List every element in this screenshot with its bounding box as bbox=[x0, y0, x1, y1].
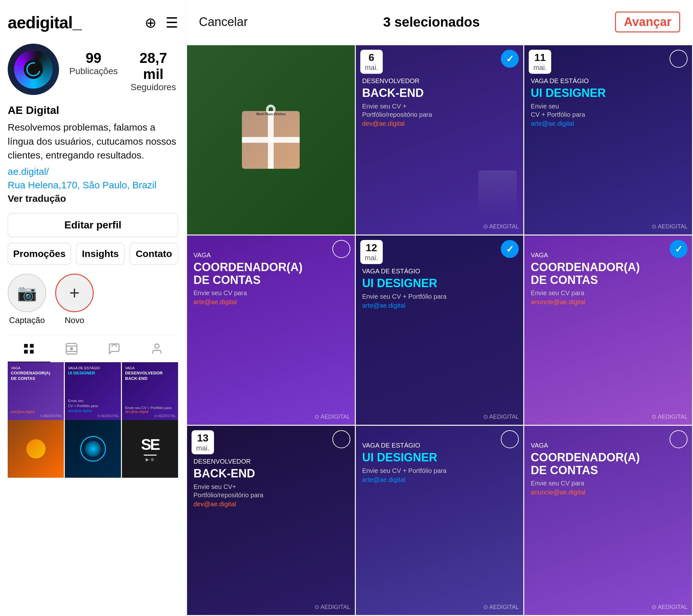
card-sub-6: Envie seu CV para bbox=[531, 289, 640, 297]
card-title-3: UI DESIGNER bbox=[531, 87, 606, 99]
highlight-new[interactable]: + Novo bbox=[55, 274, 94, 325]
select-circle-9[interactable] bbox=[670, 430, 688, 448]
left-bottom-grid: VAGA COORDENADOR(A)DE CONTAS arte@ae.dig… bbox=[8, 362, 178, 420]
date-month-2: mai. bbox=[365, 63, 378, 72]
card-title-6: COORDENADOR(A)DE CONTAS bbox=[531, 261, 640, 286]
select-circle-6[interactable]: ✓ bbox=[670, 240, 688, 258]
select-circle-7[interactable] bbox=[332, 430, 350, 448]
grid-cell-3-2[interactable]: VAGA DE ESTÁGIO UI DESIGNER Envie seu CV… bbox=[356, 426, 523, 615]
left-grid-cell-4[interactable] bbox=[8, 420, 64, 478]
cell3-logo: ⊙ AEDIGITAL bbox=[154, 414, 176, 418]
card-tag-5: VAGA DE ESTÁGIO bbox=[362, 267, 447, 275]
select-circle-5[interactable]: ✓ bbox=[501, 240, 519, 258]
bio-translate[interactable]: Ver tradução bbox=[8, 193, 178, 204]
promotions-button[interactable]: Promoções bbox=[8, 243, 71, 265]
cell2-logo: ⊙ AEDIGITAL bbox=[97, 414, 119, 418]
check-icon-2: ✓ bbox=[506, 53, 514, 64]
card-sub-2: Envie seu CV +Portfólio/repositório para bbox=[362, 102, 432, 119]
left-grid-cell-1[interactable]: VAGA COORDENADOR(A)DE CONTAS arte@ae.dig… bbox=[8, 362, 64, 420]
tab-mentions[interactable] bbox=[135, 336, 178, 362]
left-grid-cell-5[interactable] bbox=[65, 420, 121, 478]
followers-count: 28,7 mil bbox=[131, 50, 176, 82]
advance-button[interactable]: Avançar bbox=[615, 12, 680, 33]
card-content-8: VAGA DE ESTÁGIO UI DESIGNER Envie seu CV… bbox=[356, 426, 523, 615]
grid-cell-1-3[interactable]: 11 mai. VAGA DE ESTÁGIO UI DESIGNER Envi… bbox=[524, 45, 692, 235]
insights-button[interactable]: Insights bbox=[76, 243, 124, 265]
card-tag-7: DESENVOLVEDOR bbox=[194, 458, 263, 465]
card-sub-8: Envie seu CV + Portfólio para bbox=[362, 466, 447, 475]
grid-cell-2-3[interactable]: ✓ VAGA COORDENADOR(A)DE CONTAS Envie seu… bbox=[524, 236, 692, 425]
card-tag-4: VAGA bbox=[194, 252, 302, 259]
select-circle-8[interactable] bbox=[501, 430, 519, 448]
add-post-icon[interactable]: ⊕ bbox=[145, 15, 157, 31]
header-icons: ⊕ ☰ bbox=[145, 15, 178, 31]
card-tag-3: VAGA DE ESTÁGIO bbox=[531, 77, 606, 85]
contact-button[interactable]: Contato bbox=[130, 243, 178, 265]
stat-followers[interactable]: 28,7 mil Seguidores bbox=[131, 50, 176, 93]
card-logo-7: ⊙ AEDIGITAL bbox=[314, 603, 350, 611]
tab-tagged[interactable] bbox=[93, 336, 136, 362]
left-panel: aedigital_ ⊕ ☰ 99 Publicações 28,7 mil bbox=[0, 0, 186, 616]
date-badge-3: 11 mai. bbox=[529, 50, 551, 74]
select-circle-4[interactable] bbox=[332, 240, 350, 258]
grid-cell-2-1[interactable]: VAGA COORDENADOR(A)DE CONTAS Envie seu C… bbox=[187, 236, 355, 425]
card-tag-2: DESENVOLVEDOR bbox=[362, 77, 432, 85]
card-link-9: anuncie@ae.digital bbox=[531, 489, 640, 496]
bio-link[interactable]: ae.digital/ bbox=[8, 166, 178, 177]
cell2-text: VAGA DE ESTÁGIO UI DESIGNER bbox=[68, 365, 100, 376]
card-logo-9: ⊙ AEDIGITAL bbox=[652, 603, 688, 611]
edit-profile-button[interactable]: Editar perfil bbox=[8, 213, 178, 237]
card-title-9: COORDENADOR(A)DE CONTAS bbox=[531, 451, 640, 476]
card-content-4: VAGA COORDENADOR(A)DE CONTAS Envie seu C… bbox=[187, 236, 355, 425]
grid-cell-2-2[interactable]: 12 mai. ✓ VAGA DE ESTÁGIO UI DESIGNER En… bbox=[356, 236, 523, 425]
grid-cell-1-1[interactable]: 5 mai. West Plaza #Irintou bbox=[187, 45, 355, 235]
cancel-button[interactable]: Cancelar bbox=[199, 15, 248, 29]
card-logo-2: ⊙ AEDIGITAL bbox=[483, 223, 519, 230]
card-title-7: BACK-END bbox=[194, 467, 263, 480]
card-logo-4: ⊙ AEDIGITAL bbox=[314, 413, 350, 420]
date-day-3: 11 bbox=[533, 52, 547, 63]
grid-cell-1-2[interactable]: 6 mai. ✓ DESENVOLVEDOR BACK-END Envie se… bbox=[356, 45, 523, 235]
card-title-4: COORDENADOR(A)DE CONTAS bbox=[194, 261, 302, 286]
card-logo-5: ⊙ AEDIGITAL bbox=[483, 413, 519, 420]
secondary-buttons: Promoções Insights Contato bbox=[8, 243, 178, 265]
tab-reels[interactable] bbox=[51, 336, 93, 362]
selected-count-title: 3 selecionados bbox=[383, 15, 480, 30]
date-day-2: 6 bbox=[365, 52, 378, 63]
card-sub-3: Envie seuCV + Portfólio para bbox=[531, 102, 606, 119]
action-buttons: Editar perfil Promoções Insights Contato bbox=[8, 213, 178, 265]
date-month-7: mai. bbox=[196, 444, 210, 452]
tab-grid[interactable] bbox=[8, 336, 51, 362]
card-link-5: arte@ae.digital bbox=[362, 302, 447, 309]
card-link-2: dev@ae.digital bbox=[362, 120, 432, 127]
select-circle-3[interactable] bbox=[670, 50, 688, 68]
card-logo-8: ⊙ AEDIGITAL bbox=[483, 603, 519, 611]
svg-rect-2 bbox=[24, 350, 28, 354]
novo-label: Novo bbox=[65, 315, 84, 325]
select-circle-2[interactable]: ✓ bbox=[501, 50, 519, 68]
card-content-5: VAGA DE ESTÁGIO UI DESIGNER Envie seu CV… bbox=[356, 236, 523, 425]
highlight-captacao[interactable]: 📷 Captação bbox=[8, 274, 46, 325]
card-sub-7: Envie seu CV+Portfólio/repositório para bbox=[194, 482, 263, 499]
menu-icon[interactable]: ☰ bbox=[165, 15, 178, 31]
grid-cell-3-3[interactable]: VAGA COORDENADOR(A)DE CONTAS Envie seu C… bbox=[524, 426, 692, 615]
card-content-6: VAGA COORDENADOR(A)DE CONTAS Envie seu C… bbox=[524, 236, 692, 425]
right-panel: Cancelar 3 selecionados Avançar 5 mai. W… bbox=[186, 0, 693, 616]
date-badge-2: 6 mai. bbox=[360, 50, 383, 74]
bio-description: Resolvemos problemas, falamos a língua d… bbox=[8, 120, 178, 162]
card-title-8: UI DESIGNER bbox=[362, 451, 447, 464]
bio-location: Rua Helena,170, São Paulo, Brazil bbox=[8, 180, 178, 191]
right-header: Cancelar 3 selecionados Avançar bbox=[186, 0, 693, 44]
left-grid-cell-2[interactable]: VAGA DE ESTÁGIO UI DESIGNER Envie seuCV … bbox=[65, 362, 121, 420]
date-month-5: mai. bbox=[365, 254, 378, 262]
username: aedigital_ bbox=[8, 13, 81, 32]
cell1-logo: ⊙ AEDIGITAL bbox=[40, 414, 62, 418]
card-link-6: anuncie@ae.digital bbox=[531, 298, 640, 306]
date-day-5: 12 bbox=[365, 242, 378, 254]
left-grid-cell-6[interactable]: SE ▶ ⊕ bbox=[122, 420, 178, 478]
grid-cell-3-1[interactable]: 13 mai. DESENVOLVEDOR BACK-END Envie seu… bbox=[187, 426, 355, 615]
left-grid-cell-3[interactable]: vaga DESENVOLVEDORBACK-END Envie seu CV … bbox=[122, 362, 178, 420]
stat-posts: 99 Publicações bbox=[69, 50, 118, 93]
svg-point-5 bbox=[70, 347, 73, 350]
followers-label: Seguidores bbox=[131, 82, 176, 92]
